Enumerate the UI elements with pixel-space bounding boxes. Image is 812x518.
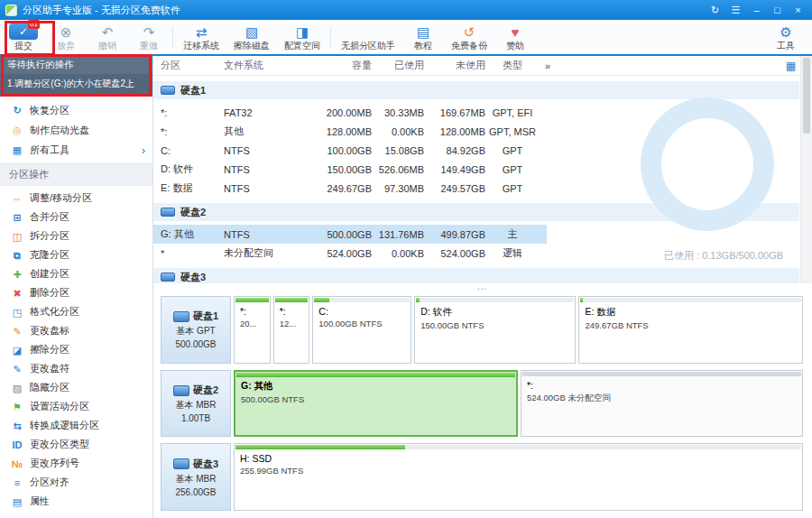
migrate-system-button[interactable]: ⇄ 迁移系统 <box>176 20 226 54</box>
table-row[interactable]: * 未分配空间 524.00GB 0.00KB 524.00GB 逻辑 <box>153 244 547 263</box>
disk-label-3[interactable]: 硬盘3 基本 MBR 256.00GB <box>161 443 231 511</box>
refresh-icon[interactable]: ↻ <box>706 2 724 18</box>
sidebar-operation-item[interactable]: ✚ 创建分区 <box>0 264 152 283</box>
disk-type: 基本 MBR <box>176 399 217 412</box>
partition-box[interactable]: *: 12... <box>273 296 310 364</box>
operation-icon: ✚ <box>11 268 23 281</box>
partition-operations-title: 分区操作 <box>9 169 49 180</box>
sidebar-operation-item[interactable]: ✎ 更改盘标 <box>0 321 152 340</box>
cell-used: 131.76MB <box>372 229 424 240</box>
cell-unused: 249.57GB <box>424 183 485 194</box>
cell-capacity: 500.00GB <box>318 229 372 240</box>
disk-label-2[interactable]: 硬盘2 基本 MBR 1.00TB <box>161 370 231 438</box>
disk-group-name: 硬盘2 <box>180 206 206 219</box>
sidebar-operation-item[interactable]: ◫ 拆分分区 <box>0 227 152 245</box>
sidebar-operation-item[interactable]: ID 更改分区类型 <box>0 435 152 454</box>
sidebar-operation-item[interactable]: ≡ 分区对齐 <box>0 473 152 492</box>
usage-donut-chart <box>641 97 774 231</box>
sidebar-operation-item[interactable]: № 更改序列号 <box>0 454 152 473</box>
header-partition[interactable]: 分区 <box>161 59 224 72</box>
partition-box[interactable]: E: 数据 249.67GB NTFS <box>578 296 803 364</box>
table-row[interactable]: *: FAT32 200.00MB 30.33MB 169.67MB GPT, … <box>153 103 547 122</box>
tutorial-button[interactable]: ▤ 教程 <box>402 20 444 54</box>
sidebar-operation-item[interactable]: ▤ 属性 <box>0 492 152 511</box>
table-row[interactable]: E: 数据 NTFS 249.67GB 97.30MB 249.57GB GPT <box>153 179 547 198</box>
splitter-handle[interactable]: … <box>153 283 812 292</box>
header-used[interactable]: 已使用 <box>372 59 424 72</box>
pending-operation-item[interactable]: 1.调整分区(G:)的大小在硬盘2上 <box>0 74 152 97</box>
sidebar-wizard-item[interactable]: ↻ 恢复分区 <box>0 100 152 120</box>
partition-assistant-button[interactable]: 无损分区助手 <box>334 20 402 54</box>
operation-icon: ▨ <box>11 382 23 394</box>
menu-icon[interactable]: ☰ <box>727 2 744 18</box>
allocate-space-button[interactable]: ◨ 配置空间 <box>277 20 328 54</box>
scrollbar-thumb[interactable] <box>803 58 810 134</box>
cell-partition: D: 软件 <box>161 162 224 176</box>
operation-icon: ⚑ <box>11 401 23 413</box>
table-row[interactable]: G: 其他 NTFS 500.00GB 131.76MB 499.87GB 主 <box>153 225 547 244</box>
sidebar-operation-item[interactable]: ⇔ 调整/移动分区 <box>0 189 152 208</box>
header-capacity[interactable]: 容量 <box>318 59 372 72</box>
minimize-button[interactable]: – <box>748 2 765 18</box>
header-unused[interactable]: 未使用 <box>424 59 485 72</box>
close-button[interactable]: × <box>789 2 807 18</box>
more-columns-icon[interactable]: » <box>545 60 550 71</box>
partition-box[interactable]: *: 20... <box>234 296 271 364</box>
disk-label-1[interactable]: 硬盘1 基本 GPT 500.00GB <box>161 296 231 364</box>
table-row[interactable]: 硬盘1 <box>153 81 799 99</box>
table-row[interactable]: C: NTFS 100.00GB 15.08GB 84.92GB GPT <box>153 141 547 160</box>
operation-label: 设置活动分区 <box>30 400 152 413</box>
commit-button[interactable]: ✓ 01 提交 <box>2 20 45 54</box>
sidebar-operation-item[interactable]: ⚑ 设置活动分区 <box>0 397 152 416</box>
header-filesystem[interactable]: 文件系统 <box>224 59 318 72</box>
sidebar-operation-item[interactable]: ✖ 删除分区 <box>0 283 152 302</box>
operation-label: 删除分区 <box>30 286 152 300</box>
operation-label: 合并分区 <box>30 210 152 224</box>
donate-button[interactable]: ♥ 赞助 <box>494 20 536 54</box>
header-type[interactable]: 类型 <box>485 59 540 72</box>
cell-filesystem: NTFS <box>224 164 318 175</box>
partition-box[interactable]: D: 软件 150.00GB NTFS <box>414 296 576 364</box>
operation-label: 擦除分区 <box>30 343 152 356</box>
sidebar-wizard-item[interactable]: ◎ 制作启动光盘 <box>0 120 152 140</box>
cell-partition: * <box>161 248 224 259</box>
operation-label: 更改盘标 <box>30 324 152 338</box>
pending-operations-panel[interactable]: 等待执行的操作 1.调整分区(G:)的大小在硬盘2上 <box>0 56 152 97</box>
partition-box[interactable]: H: SSD 255.99GB NTFS <box>234 443 803 511</box>
migrate-system-label: 迁移系统 <box>183 42 219 51</box>
sidebar-operation-item[interactable]: ⇆ 转换成逻辑分区 <box>0 416 152 435</box>
sidebar-operation-item[interactable]: ⊞ 合并分区 <box>0 208 152 227</box>
tools-button[interactable]: ⚙ 工具 <box>765 20 807 54</box>
free-backup-button[interactable]: ↺ 免费备份 <box>444 20 494 54</box>
wizard-list: ↻ 恢复分区 ◎ 制作启动光盘 ▦ 所有工具 › <box>0 97 152 162</box>
partition-box[interactable]: *: 524.00GB 未分配空间 <box>521 370 803 438</box>
wipe-disk-button[interactable]: ▧ 擦除磁盘 <box>226 20 277 54</box>
redo-label: 重做 <box>140 42 158 51</box>
partition-box[interactable]: G: 其他 500.00GB NTFS <box>234 370 518 438</box>
table-row[interactable]: D: 软件 NTFS 150.00GB 526.06MB 149.49GB GP… <box>153 160 547 179</box>
operation-icon: ID <box>11 439 23 451</box>
wizard-label: 恢复分区 <box>30 104 152 117</box>
operation-label: 创建分区 <box>30 267 152 281</box>
usage-bar <box>314 298 410 302</box>
maximize-button[interactable]: □ <box>769 2 786 18</box>
usage-label: 已使用 : 0.13GB/500.00GB <box>664 249 783 263</box>
undo-button[interactable]: ↶ 撤销 <box>87 20 128 54</box>
sidebar-operation-item[interactable]: ◪ 擦除分区 <box>0 340 152 359</box>
wipe-disk-icon: ▧ <box>245 24 258 40</box>
cell-capacity: 100.00GB <box>318 145 372 156</box>
sidebar-operation-item[interactable]: ⧉ 克隆分区 <box>0 245 152 264</box>
redo-button[interactable]: ↷ 重做 <box>128 20 170 54</box>
discard-button[interactable]: ⊗ 放弃 <box>45 20 87 54</box>
partition-subtitle: 524.00GB 未分配空间 <box>527 393 797 404</box>
table-row[interactable]: *: 其他 128.00MB 0.00KB 128.00MB GPT, MSR <box>153 122 547 141</box>
sidebar-operation-item[interactable]: ◳ 格式化分区 <box>0 302 152 321</box>
sidebar-wizard-item[interactable]: ▦ 所有工具 › <box>0 140 152 160</box>
partition-box[interactable]: C: 100.00GB NTFS <box>312 296 411 364</box>
vertical-scrollbar[interactable] <box>800 56 812 283</box>
sidebar-operation-item[interactable]: ✎ 更改盘符 <box>0 359 152 378</box>
view-toggle-icon[interactable]: ▦ <box>786 60 796 72</box>
sidebar: 等待执行的操作 1.调整分区(G:)的大小在硬盘2上 ↻ 恢复分区 ◎ 制作启动… <box>0 56 153 518</box>
cell-filesystem: NTFS <box>224 183 318 194</box>
sidebar-operation-item[interactable]: ▨ 隐藏分区 <box>0 378 152 397</box>
